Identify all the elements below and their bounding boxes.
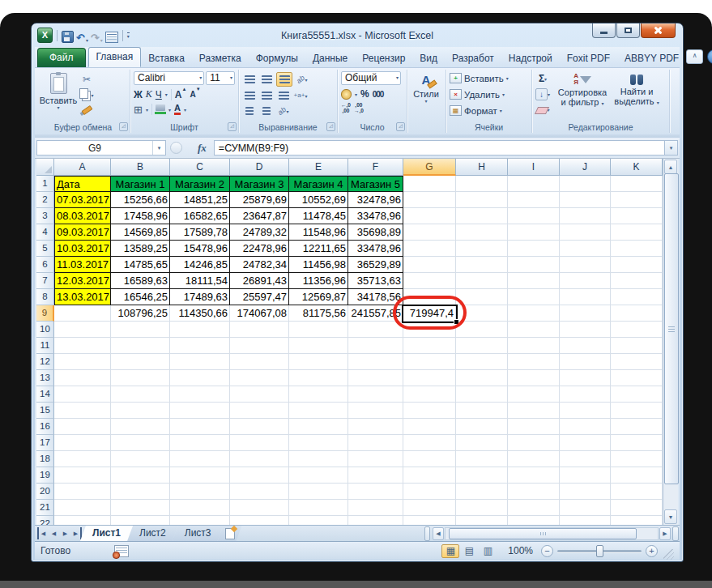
cell-B15[interactable] [111, 403, 170, 419]
cell-E19[interactable] [289, 467, 348, 484]
delete-dropdown-icon[interactable]: ▾ [502, 92, 505, 97]
help-button[interactable]: ? [707, 49, 712, 64]
cell-A7[interactable]: 12.03.2017 [54, 273, 111, 289]
formula-bar-handle[interactable] [170, 142, 182, 154]
cell-H18[interactable] [456, 451, 508, 467]
cell-B20[interactable] [111, 484, 170, 500]
row-header-11[interactable]: 11 [36, 338, 54, 354]
vertical-scrollbar-thumb[interactable] [664, 173, 679, 484]
format-cells-button[interactable]: ▦ Формат ▾ [450, 104, 528, 117]
cell-A18[interactable] [54, 451, 111, 467]
cell-I8[interactable] [508, 289, 560, 305]
cell-D4[interactable]: 24789,32 [230, 224, 289, 241]
cell-I1[interactable] [508, 176, 560, 192]
cell-B1[interactable]: Магазин 1 [111, 176, 170, 192]
decrease-indent-button[interactable] [242, 104, 257, 117]
cell-K21[interactable] [611, 500, 663, 516]
cell-C4[interactable]: 17589,78 [170, 224, 230, 241]
cell-B14[interactable] [111, 386, 170, 403]
sheet-tab-Лист1[interactable]: Лист1 [80, 526, 133, 541]
sheet-tab-Лист2[interactable]: Лист2 [127, 526, 178, 541]
page-break-view-button[interactable]: ▥ [479, 544, 497, 558]
styles-dropdown-icon[interactable]: ▾ [424, 99, 427, 104]
cell-A10[interactable] [54, 322, 111, 338]
save-button[interactable] [62, 28, 74, 43]
decrease-decimal-button[interactable]: ,00→,0 [354, 103, 364, 113]
cell-K14[interactable] [611, 386, 663, 403]
row-header-17[interactable]: 17 [36, 435, 54, 451]
cell-A22[interactable] [54, 516, 111, 525]
sheet-tab-Лист3[interactable]: Лист3 [173, 526, 224, 541]
font-dialog-launcher[interactable]: ◿ [228, 122, 237, 131]
cell-A21[interactable] [54, 500, 111, 516]
cell-A3[interactable]: 08.03.2017 [54, 208, 111, 224]
cell-I7[interactable] [508, 273, 560, 289]
horizontal-split-handle[interactable] [672, 526, 679, 541]
cell-A11[interactable] [54, 338, 111, 354]
grow-font-button[interactable]: А▲ [175, 89, 187, 100]
cell-K11[interactable] [611, 338, 663, 354]
cell-G21[interactable] [403, 500, 456, 516]
scroll-right-button[interactable]: ▶ [659, 527, 671, 540]
cell-D17[interactable] [230, 435, 289, 451]
cell-B8[interactable]: 16546,25 [111, 289, 170, 305]
undo-button[interactable]: ↶▾ [76, 28, 88, 43]
cell-B5[interactable]: 13589,25 [111, 241, 170, 257]
cell-B21[interactable] [111, 500, 170, 516]
shrink-font-button[interactable]: А▼ [190, 90, 200, 99]
row-header-21[interactable]: 21 [36, 500, 54, 516]
cell-B6[interactable]: 14785,65 [111, 257, 170, 273]
insert-dropdown-icon[interactable]: ▾ [506, 75, 509, 81]
cell-J8[interactable] [560, 289, 611, 305]
row-header-8[interactable]: 8 [36, 289, 54, 305]
previous-sheet-button[interactable]: ◀ [49, 527, 59, 539]
autosum-button[interactable]: Σ▾ [535, 72, 550, 85]
cell-J9[interactable] [560, 305, 611, 322]
cell-J3[interactable] [560, 208, 611, 224]
cell-B18[interactable] [111, 451, 170, 467]
zoom-level[interactable]: 100% [508, 545, 533, 556]
cell-G17[interactable] [403, 435, 456, 451]
cell-G18[interactable] [403, 451, 456, 467]
cell-C16[interactable] [170, 419, 230, 435]
row-header-14[interactable]: 14 [36, 386, 54, 403]
cell-B12[interactable] [111, 354, 170, 370]
cell-G11[interactable] [403, 338, 456, 354]
cell-C11[interactable] [170, 338, 230, 354]
column-header-G[interactable]: G [403, 159, 456, 176]
cell-J6[interactable] [560, 257, 611, 273]
cell-F5[interactable]: 33478,96 [348, 241, 403, 257]
clipboard-dialog-launcher[interactable]: ◿ [119, 122, 128, 131]
number-format-combobox[interactable]: Общий▾ [341, 71, 401, 85]
cell-A15[interactable] [54, 403, 111, 419]
cell-E20[interactable] [289, 484, 348, 500]
cell-K20[interactable] [611, 484, 663, 500]
cell-J13[interactable] [560, 370, 611, 386]
first-sheet-button[interactable]: ◀ [37, 527, 48, 539]
cell-F13[interactable] [348, 370, 403, 386]
cell-E16[interactable] [289, 419, 348, 435]
font-color-button[interactable]: А [174, 104, 181, 115]
tab-Вставка[interactable]: Вставка [141, 50, 192, 67]
normal-view-button[interactable]: ▦ [441, 544, 459, 558]
cell-H5[interactable] [456, 241, 508, 257]
cell-K18[interactable] [611, 451, 663, 467]
cell-G22[interactable] [403, 516, 456, 525]
tab-Разработ[interactable]: Разработ [445, 50, 501, 67]
cell-G7[interactable] [403, 273, 456, 289]
cell-H3[interactable] [456, 208, 508, 224]
cell-F17[interactable] [348, 435, 403, 451]
cell-G19[interactable] [403, 467, 456, 484]
cell-A6[interactable]: 11.03.2017 [54, 257, 111, 273]
cell-F15[interactable] [348, 403, 403, 419]
cell-F6[interactable]: 36529,89 [348, 257, 403, 273]
cell-C5[interactable]: 15478,96 [170, 241, 230, 257]
cell-H19[interactable] [456, 467, 508, 484]
cell-H2[interactable] [456, 192, 508, 208]
redo-button[interactable]: ↷▾ [91, 28, 103, 43]
cell-C6[interactable]: 14246,85 [170, 257, 230, 273]
fill-dropdown-icon[interactable]: ▾ [548, 92, 550, 97]
minimize-button[interactable] [592, 23, 616, 38]
cell-K8[interactable] [611, 289, 663, 305]
underline-button[interactable]: Ч [156, 89, 162, 100]
